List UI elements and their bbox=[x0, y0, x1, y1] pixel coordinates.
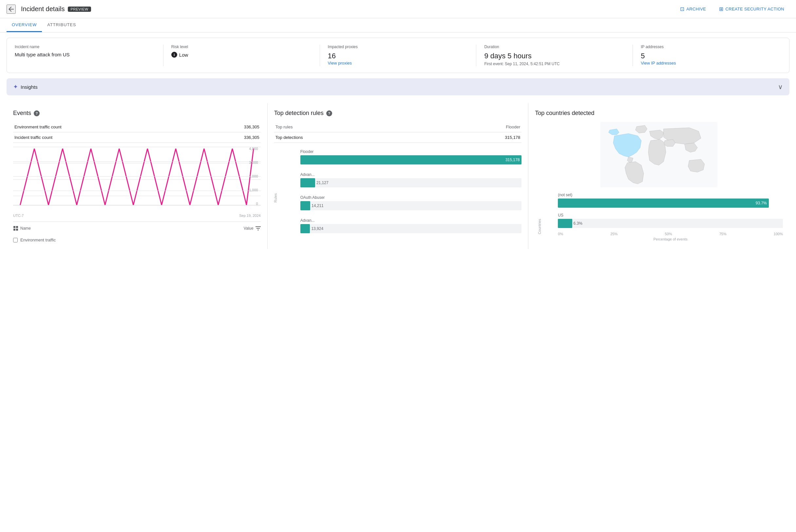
svg-rect-11 bbox=[258, 230, 259, 230]
line-chart: 4,000 3,000 2,000 1,000 0 bbox=[13, 147, 261, 212]
rules-table: Top rules Flooder Top detections 315,178 bbox=[274, 122, 522, 143]
value-col-header: Value bbox=[244, 226, 253, 231]
incident-name-section: Incident name Multi type attack from US bbox=[7, 44, 164, 66]
grid-icon bbox=[13, 226, 18, 231]
flooder-bar: 315,178 bbox=[300, 155, 522, 165]
table-row: Top detections 315,178 bbox=[274, 132, 522, 143]
detection-rules-panel: Top detection rules ? Top rules Flooder … bbox=[268, 103, 529, 249]
us-bar-fill bbox=[558, 219, 572, 228]
header: Incident details PREVIEW ⊡ ARCHIVE ⊞ CRE… bbox=[0, 0, 796, 18]
countries-y-label: Countries bbox=[537, 219, 542, 234]
duration-section: Duration 9 days 5 hours First event: Sep… bbox=[476, 44, 633, 66]
x-label-50: 50% bbox=[665, 232, 672, 236]
detection-rules-title: Top detection rules ? bbox=[274, 110, 522, 117]
x-label-end: Sep 19, 2024 bbox=[239, 214, 261, 217]
archive-button[interactable]: ⊡ ARCHIVE bbox=[675, 4, 711, 14]
risk-value-container: i Low bbox=[171, 52, 312, 58]
table-footer: Name Value bbox=[13, 222, 261, 235]
advan1-bar-track: 21,127 bbox=[300, 178, 522, 187]
env-traffic-value: 336,305 bbox=[194, 122, 261, 132]
impacted-proxies-value: 16 bbox=[328, 52, 469, 60]
table-row: Top rules Flooder bbox=[274, 122, 522, 132]
svg-rect-10 bbox=[257, 228, 260, 229]
content-grid: Events ? Environment traffic count 336,3… bbox=[6, 100, 790, 249]
top-detections-label: Top detections bbox=[274, 132, 429, 143]
not-set-bar: 93.7% bbox=[558, 198, 769, 208]
advan2-bar-track: 13,924 bbox=[300, 224, 522, 233]
tab-overview[interactable]: OVERVIEW bbox=[6, 18, 42, 32]
view-ip-link[interactable]: View IP addresses bbox=[641, 61, 676, 65]
table-row: Incident traffic count 336,305 bbox=[13, 132, 261, 143]
rules-y-label: Rules bbox=[273, 193, 278, 203]
x-label-100: 100% bbox=[774, 232, 783, 236]
back-button[interactable] bbox=[6, 5, 16, 14]
incident-traffic-label: Incident traffic count bbox=[13, 132, 194, 143]
x-axis-title: Percentage of events bbox=[558, 237, 783, 241]
svg-rect-6 bbox=[16, 226, 18, 228]
bar-row-flooder: Flooder 315,178 bbox=[300, 149, 522, 165]
bar-row-advan2: Advan... 13,924 bbox=[300, 218, 522, 233]
page-title: Incident details PREVIEW bbox=[21, 5, 91, 13]
ip-addresses-label: IP addresses bbox=[641, 44, 781, 49]
incident-name-label: Incident name bbox=[15, 44, 155, 49]
advan1-bar-fill bbox=[300, 178, 315, 187]
insights-sparkle-icon: ✦ bbox=[13, 83, 18, 90]
countries-title: Top countries detected bbox=[535, 110, 783, 117]
detection-rules-help-icon[interactable]: ? bbox=[326, 110, 332, 116]
events-title: Events ? bbox=[13, 110, 261, 117]
top-rules-col: Top rules bbox=[274, 122, 429, 132]
top-detections-value: 315,178 bbox=[429, 132, 522, 143]
header-actions: ⊡ ARCHIVE ⊞ CREATE SECURITY ACTION bbox=[675, 4, 790, 14]
events-table: Environment traffic count 336,305 Incide… bbox=[13, 122, 261, 143]
world-map bbox=[535, 122, 783, 187]
incident-name-value: Multi type attack from US bbox=[15, 52, 155, 57]
svg-rect-7 bbox=[14, 229, 15, 231]
events-help-icon[interactable]: ? bbox=[34, 110, 40, 116]
env-traffic-row: Environment traffic bbox=[13, 235, 261, 242]
tabs: OVERVIEW ATTRIBUTES bbox=[0, 18, 796, 33]
x-label-0: 0% bbox=[558, 232, 563, 236]
oauth-bar-track: 14,211 bbox=[300, 201, 522, 210]
tab-attributes[interactable]: ATTRIBUTES bbox=[42, 18, 81, 32]
ip-addresses-section: IP addresses 5 View IP addresses bbox=[633, 44, 789, 66]
x-label-start: UTC-7 bbox=[13, 214, 24, 217]
impacted-proxies-label: Impacted proxies bbox=[328, 44, 469, 49]
svg-rect-8 bbox=[16, 229, 18, 231]
title-text: Incident details bbox=[21, 5, 64, 13]
bar-row-oauth: OAuth Abuser 14,211 bbox=[300, 195, 522, 210]
first-event-text: First event: Sep 11, 2024, 5:42:51 PM UT… bbox=[484, 62, 625, 66]
not-set-bar-row: (not set) 93.7% bbox=[558, 193, 783, 208]
view-proxies-link[interactable]: View proxies bbox=[328, 61, 352, 65]
sort-icon[interactable] bbox=[255, 226, 261, 230]
detection-bar-chart: Rules Flooder 315,178 Advan... 21,127 bbox=[274, 149, 522, 233]
x-label-75: 75% bbox=[719, 232, 726, 236]
info-card: Incident name Multi type attack from US … bbox=[6, 38, 790, 73]
svg-rect-5 bbox=[14, 226, 15, 228]
create-security-icon: ⊞ bbox=[719, 6, 723, 12]
insights-label: Insights bbox=[21, 84, 38, 90]
table-row: Environment traffic count 336,305 bbox=[13, 122, 261, 132]
countries-bar-chart: Countries (not set) 93.7% US 6.3% 0% 25%… bbox=[535, 193, 783, 241]
line-chart-svg bbox=[13, 147, 261, 212]
advan2-bar-fill bbox=[300, 224, 310, 233]
ip-addresses-value: 5 bbox=[641, 52, 781, 60]
events-panel: Events ? Environment traffic count 336,3… bbox=[6, 103, 268, 249]
flooder-col: Flooder bbox=[429, 122, 522, 132]
env-traffic-row-label: Environment traffic bbox=[20, 238, 56, 242]
x-axis-labels: 0% 25% 50% 75% 100% bbox=[558, 232, 783, 236]
risk-level-label: Risk level bbox=[171, 44, 312, 49]
preview-badge: PREVIEW bbox=[68, 6, 91, 12]
incident-traffic-value: 336,305 bbox=[194, 132, 261, 143]
archive-icon: ⊡ bbox=[680, 6, 684, 12]
duration-value: 9 days 5 hours bbox=[484, 52, 625, 60]
risk-info-icon: i bbox=[171, 52, 177, 58]
risk-level-section: Risk level i Low bbox=[164, 44, 320, 66]
countries-panel: Top countries detected bbox=[528, 103, 790, 249]
create-security-button[interactable]: ⊞ CREATE SECURITY ACTION bbox=[714, 4, 790, 14]
svg-rect-9 bbox=[255, 226, 261, 227]
insights-bar[interactable]: ✦ Insights ∨ bbox=[6, 78, 790, 95]
env-traffic-checkbox[interactable] bbox=[13, 238, 18, 242]
risk-level-value: Low bbox=[179, 52, 188, 58]
name-col-header: Name bbox=[20, 226, 31, 231]
env-traffic-label: Environment traffic count bbox=[13, 122, 194, 132]
